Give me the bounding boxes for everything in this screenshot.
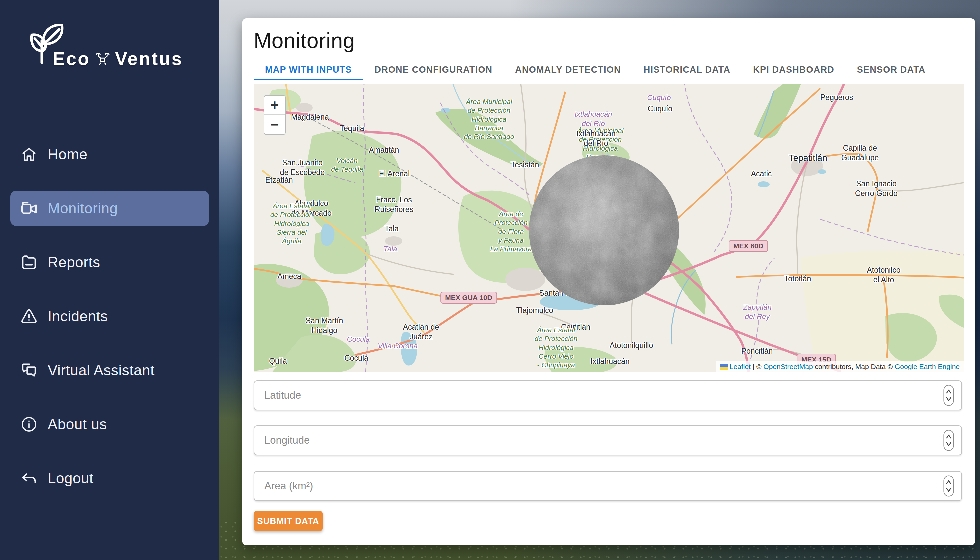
logout-arrow-icon — [20, 469, 38, 488]
map-label: Tala — [384, 244, 397, 254]
sidebar-item-about-us[interactable]: About us — [10, 407, 209, 442]
latitude-input[interactable] — [254, 380, 962, 410]
sidebar-item-label: Logout — [48, 470, 94, 487]
sidebar-item-logout[interactable]: Logout — [10, 461, 209, 496]
app-logo: Eco Ventus — [29, 20, 195, 70]
map-label: San Juanito de Escobedo — [280, 158, 325, 177]
sidebar: Eco Ventus HomeMonitoringReportsIncident… — [0, 0, 219, 560]
tab-historical-data[interactable]: HISTORICAL DATA — [632, 59, 742, 80]
map-label: El Arenal — [379, 169, 410, 179]
map-attribution: Leaflet | © OpenStreetMap contributors, … — [716, 361, 964, 372]
sidebar-item-incidents[interactable]: Incidents — [10, 299, 209, 334]
sidebar-item-label: Home — [48, 146, 87, 163]
satellite-overlay — [529, 155, 679, 305]
folder-icon — [20, 253, 38, 272]
sidebar-item-virtual-assistant[interactable]: Virtual Assistant — [10, 353, 209, 388]
sidebar-item-home[interactable]: Home — [10, 137, 209, 172]
attribution-text: | © — [751, 363, 763, 370]
map-label: Fracc. Los Ruiseñores — [375, 195, 413, 214]
map-label: Amatitán — [369, 145, 399, 155]
map-label: Villa Corona — [378, 341, 417, 351]
warning-triangle-icon — [20, 307, 38, 326]
tab-anomaly-detection[interactable]: ANOMALY DETECTION — [504, 59, 632, 80]
map-label: Poncitlán — [741, 346, 773, 356]
map-label: Tesistán — [511, 160, 539, 170]
map-label: Tequila — [340, 124, 364, 133]
sidebar-item-label: Incidents — [48, 308, 108, 325]
sidebar-item-label: Reports — [48, 254, 100, 271]
gee-link[interactable]: Google Earth Engine — [895, 363, 960, 370]
number-spinner[interactable] — [943, 430, 954, 451]
zoom-in-button[interactable]: + — [264, 96, 285, 115]
map-label: Atotonilco el Alto — [867, 265, 900, 285]
map-label: Cuquío — [647, 93, 671, 102]
tab-bar: MAP WITH INPUTSDRONE CONFIGURATIONANOMAL… — [254, 59, 964, 80]
number-spinner[interactable] — [943, 385, 954, 406]
area-input[interactable] — [254, 471, 962, 501]
map-label: Quila — [269, 356, 287, 366]
sidebar-nav: HomeMonitoringReportsIncidentsVirtual As… — [10, 137, 209, 515]
map-zoom-control: + − — [264, 95, 286, 135]
video-camera-icon — [20, 199, 38, 218]
map-label: Volcán de Tequila — [331, 156, 363, 174]
longitude-field — [254, 425, 962, 455]
longitude-input[interactable] — [254, 425, 962, 455]
map-label: Magdalena — [291, 112, 329, 122]
map-label: Cocula — [344, 353, 368, 363]
map-label: Área de Protección de Flora y Fauna La P… — [490, 210, 532, 253]
map-label: Tlajomulco — [516, 306, 553, 315]
map-label: Ixtlahuacán del Río — [576, 129, 616, 148]
tab-kpi-dashboard[interactable]: KPI DASHBOARD — [742, 59, 846, 80]
tab-sensor-data[interactable]: SENSOR DATA — [846, 59, 937, 80]
tab-map-with-inputs[interactable]: MAP WITH INPUTS — [254, 59, 363, 80]
home-icon — [20, 145, 38, 164]
sidebar-item-label: Monitoring — [48, 200, 118, 217]
sidebar-item-reports[interactable]: Reports — [10, 245, 209, 280]
map-label: Área Estatal de Protección Hidrológica S… — [270, 202, 313, 245]
leaflet-link[interactable]: Leaflet — [730, 363, 751, 370]
coordinates-form — [254, 380, 964, 501]
zoom-out-button[interactable]: − — [264, 115, 285, 134]
map-label: San Ignacio Cerro Gordo — [855, 179, 898, 198]
osm-link[interactable]: OpenStreetMap — [763, 363, 813, 370]
chat-icon — [20, 361, 38, 380]
map-label: Tototlán — [784, 274, 811, 284]
sidebar-item-monitoring[interactable]: Monitoring — [10, 191, 209, 226]
map-label: Cuquío — [648, 104, 672, 114]
map-label: Zapotlán del Rey — [743, 303, 772, 321]
content-card: Monitoring MAP WITH INPUTSDRONE CONFIGUR… — [242, 18, 975, 545]
number-spinner[interactable] — [943, 475, 954, 497]
map-label: Ameca — [277, 272, 301, 281]
sidebar-item-label: About us — [48, 416, 107, 433]
map-label: Cocula — [347, 335, 370, 344]
submit-data-button[interactable]: SUBMIT DATA — [254, 511, 323, 531]
attribution-text: contributors, Map Data © — [813, 363, 895, 370]
map-label: Capilla de Guadalupe — [841, 143, 879, 163]
map-label: Tepatitlán — [789, 153, 827, 164]
map-label: Tala — [385, 224, 399, 234]
map-label: Atotonilquillo — [610, 341, 653, 350]
latitude-field — [254, 380, 962, 410]
map-label: Acatlán de Juárez — [403, 322, 439, 342]
logo-text-secondary: Ventus — [115, 48, 183, 69]
road-shield: MEX 80D — [729, 240, 768, 252]
page-title: Monitoring — [254, 28, 964, 53]
map-label: Pegueros — [820, 93, 853, 102]
info-icon — [20, 415, 38, 434]
map-label: Área Estatal de Protección Hidrológica C… — [535, 326, 577, 369]
logo-text-primary: Eco — [53, 48, 90, 69]
tab-drone-configuration[interactable]: DRONE CONFIGURATION — [363, 59, 504, 80]
road-shield: MEX GUA 10D — [440, 292, 497, 304]
map-label: Ixtlahuacán — [590, 357, 630, 366]
map-label: Ixtlahuacán del Río — [575, 110, 612, 128]
map-label: Acatic — [751, 169, 772, 179]
sidebar-item-label: Virtual Assistant — [48, 362, 155, 379]
map-label: San Martín Hidalgo — [306, 316, 343, 335]
drone-icon — [95, 52, 110, 65]
map-label: Área Municipal de Protección Hidrológica… — [464, 97, 514, 141]
ukraine-flag-icon — [720, 364, 728, 370]
map-label: Etzatlán — [265, 175, 293, 185]
area-field — [254, 471, 962, 501]
leaflet-map[interactable]: MagdalenaTequilaAmatitánVolcán de Tequil… — [254, 84, 964, 372]
